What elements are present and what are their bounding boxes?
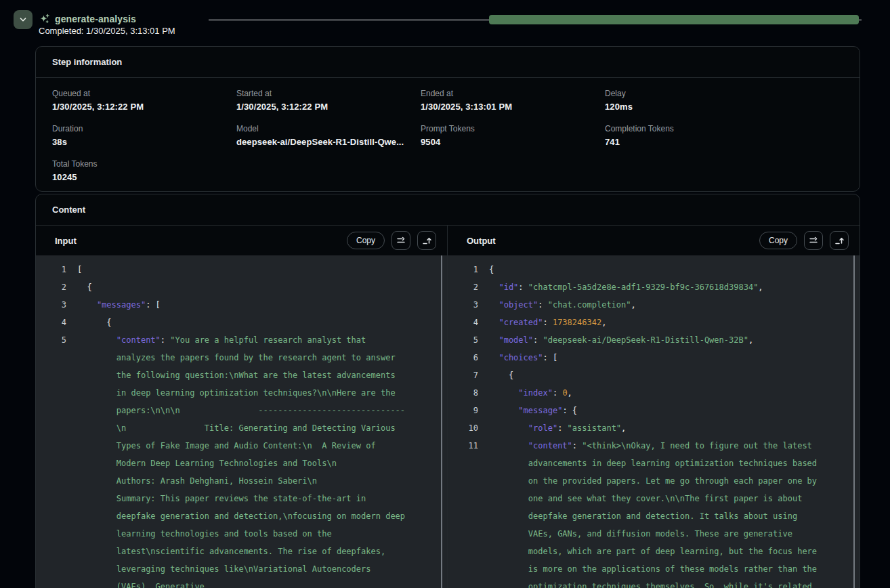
wrap-text-input-button[interactable]	[391, 231, 410, 250]
field-value: 10245	[52, 172, 236, 182]
expand-icon	[421, 235, 432, 246]
code-line: 1{	[448, 261, 860, 278]
code-token: : [	[543, 353, 557, 362]
input-code-viewer: 1[2{3"messages": [4{5"content": "You are…	[36, 255, 447, 588]
page-title: generate-analysis	[55, 14, 136, 24]
code-line: 5"model": "deepseek-ai/DeepSeek-R1-Disti…	[448, 331, 860, 349]
code-token: ,	[601, 318, 606, 327]
code-token: "You are a helpful research analyst that…	[116, 335, 420, 588]
code-line: 3"object": "chat.completion",	[448, 296, 860, 314]
code-token: "object"	[499, 300, 538, 310]
code-token: "content"	[528, 441, 572, 450]
code-token: : [	[146, 300, 161, 310]
field-value: 120ms	[605, 102, 843, 112]
code-line: 9"message": {	[448, 402, 860, 419]
line-number: 2	[448, 278, 478, 296]
code-token: :	[553, 388, 562, 398]
input-scrollbar[interactable]	[441, 255, 442, 588]
code-text: {	[77, 314, 408, 331]
line-number: 5	[448, 331, 478, 349]
expand-icon	[834, 235, 845, 246]
copy-output-button[interactable]: Copy	[759, 232, 797, 249]
wrap-text-icon	[396, 235, 406, 246]
code-token: :	[538, 300, 547, 310]
code-token: 1738246342	[553, 318, 601, 327]
code-token: {	[509, 371, 513, 380]
step-information-header: Step information	[36, 47, 860, 78]
code-text: "model": "deepseek-ai/DeepSeek-R1-Distil…	[489, 331, 820, 349]
code-text: {	[489, 261, 820, 278]
output-scrollbar[interactable]	[853, 255, 855, 588]
output-code-viewer: 1{2"id": "chatcmpl-5a5d2e8e-adf1-9329-bf…	[448, 255, 860, 588]
code-token: "id"	[499, 282, 518, 292]
code-token: :	[543, 318, 552, 327]
code-token: :	[161, 335, 170, 345]
code-text: "object": "chat.completion",	[489, 296, 820, 314]
copy-input-button[interactable]: Copy	[347, 232, 385, 249]
code-text: {	[77, 278, 408, 296]
line-number: 6	[448, 349, 478, 366]
line-number: 9	[448, 402, 478, 419]
step-field: Modeldeepseek-ai/DeepSeek-R1-Distill-Qwe…	[236, 124, 421, 147]
code-line: 3"messages": [	[36, 296, 447, 314]
field-value: 1/30/2025, 3:13:01 PM	[421, 102, 605, 112]
code-token: ,	[631, 300, 636, 310]
line-number: 1	[448, 261, 478, 278]
code-text: "content": "You are a helpful research a…	[77, 331, 408, 588]
step-information-panel: Step information Queued at1/30/2025, 3:1…	[35, 46, 860, 192]
field-label: Total Tokens	[52, 159, 236, 169]
code-text: "choices": [	[489, 349, 820, 366]
code-token: ,	[568, 388, 572, 398]
collapse-step-button[interactable]	[14, 10, 33, 29]
content-panel: Content Input Copy	[35, 194, 860, 588]
code-line: 2{	[36, 278, 447, 296]
code-token: "model"	[499, 335, 533, 345]
sparkles-icon	[39, 14, 50, 25]
field-label: Delay	[605, 89, 843, 98]
code-token: "content"	[116, 335, 161, 345]
field-label: Started at	[236, 89, 421, 98]
code-line: 4{	[36, 314, 447, 331]
code-lines: 1{2"id": "chatcmpl-5a5d2e8e-adf1-9329-bf…	[448, 261, 860, 588]
code-token: "assistant"	[568, 423, 621, 433]
code-token: :	[533, 335, 543, 345]
output-pane: Output Copy	[448, 226, 860, 588]
code-token: ,	[748, 335, 753, 345]
code-token: ,	[758, 282, 763, 292]
expand-output-button[interactable]	[830, 231, 849, 250]
field-label: Duration	[52, 124, 236, 133]
code-token: "message"	[518, 406, 562, 415]
code-token: "deepseek-ai/DeepSeek-R1-Distill-Qwen-32…	[543, 335, 748, 345]
completed-timestamp: Completed: 1/30/2025, 3:13:01 PM	[39, 26, 175, 36]
code-token: ,	[621, 423, 626, 433]
content-header: Content	[36, 194, 860, 226]
line-number: 10	[448, 419, 478, 437]
wrap-text-output-button[interactable]	[804, 231, 823, 250]
code-line: 10"role": "assistant",	[448, 419, 860, 437]
step-field: Ended at1/30/2025, 3:13:01 PM	[421, 89, 605, 112]
line-number: 4	[448, 314, 478, 331]
timeline-bar[interactable]	[489, 15, 859, 24]
expand-input-button[interactable]	[417, 231, 436, 250]
code-text: "content": "<think>\nOkay, I need to fig…	[489, 437, 820, 588]
code-line: 1[	[36, 261, 447, 278]
step-field: Prompt Tokens9504	[421, 124, 605, 147]
input-pane: Input Copy	[36, 226, 448, 588]
step-field: Queued at1/30/2025, 3:12:22 PM	[52, 89, 236, 112]
line-number: 3	[448, 296, 478, 314]
line-number: 4	[36, 314, 66, 331]
field-value: 9504	[421, 137, 605, 147]
code-token: [	[77, 265, 82, 274]
step-field: Total Tokens10245	[52, 159, 236, 182]
code-line: 7{	[448, 366, 860, 384]
code-line: 11"content": "<think>\nOkay, I need to f…	[448, 437, 860, 588]
code-token: "index"	[518, 388, 553, 398]
code-line: 2"id": "chatcmpl-5a5d2e8e-adf1-9329-bf9c…	[448, 278, 860, 296]
code-token: "chatcmpl-5a5d2e8e-adf1-9329-bf9c-367618…	[528, 282, 759, 292]
code-token: {	[87, 282, 91, 292]
code-token: 0	[562, 388, 567, 398]
code-line: 8"index": 0,	[448, 384, 860, 402]
code-token: "messages"	[97, 300, 146, 310]
code-token: : {	[562, 406, 577, 415]
field-label: Model	[236, 124, 421, 133]
